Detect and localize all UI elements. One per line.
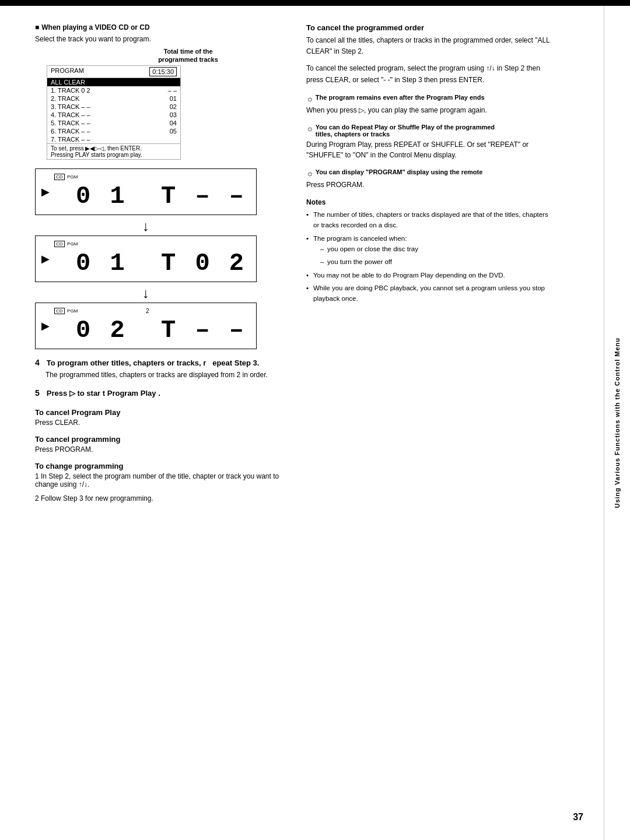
page-number: 37 [573,812,583,823]
track6-label: 6. TRACK – – [51,128,90,135]
program-label: PROGRAM [51,67,84,76]
program-time-badge: 0:15:30 [149,67,177,76]
step4-number: 4 [35,358,40,367]
cancel-order-body1: To cancel all the titles, chapters or tr… [306,35,554,57]
program-row-1: 1. TRACK 0 2 – – [47,86,180,94]
tip2-body: During Program Play, press REPEAT or SHU… [306,139,554,160]
track1-value: – – [159,87,177,94]
tip3-section: ☼ You can display "PROGRAM" display usin… [306,168,554,190]
cancel-order-body2: To cancel the selected program, select t… [306,63,554,85]
change-programming-section: To change programming 1 In Step 2, selec… [35,462,283,502]
step4-inline: 4 To program other titles, chapters or t… [35,358,283,370]
left-column: When playing a VIDEO CD or CD Select the… [35,23,283,511]
notes-section: Notes The number of titles, chapters or … [306,198,554,304]
pgm-label-1: PGM [67,174,78,180]
tip2-heading-row: ☼ You can do Repeat Play or Shuffle Play… [306,124,554,138]
step4-heading: To program other titles, chapters or tra… [47,359,260,367]
cd-pgm-label-1: CD PGM [54,174,81,180]
program-header: PROGRAM 0:15:30 [47,66,180,78]
tip1-icon: ☼ [306,94,314,103]
cancel-program-play-body: Press CLEAR. [35,419,283,427]
footer-line2: Pressing PLAY starts program play. [51,152,177,158]
tip1-body: When you press ▷, you can play the same … [306,105,554,115]
cancel-programming-section: To cancel programming Press PROGRAM. [35,435,283,454]
notes-list: The number of titles, chapters or tracks… [306,209,554,304]
cancel-order-section: To cancel the programmed order To cancel… [306,23,554,86]
total-time-line1: Total time of the [93,48,283,55]
program-footer: To set, press ▶◀▷◁, then ENTER. Pressing… [47,143,180,159]
tip1-section: ☼ The program remains even after the Pro… [306,94,554,115]
tip2-heading: You can do Repeat Play or Shuffle Play o… [316,124,495,138]
small-2-label: 2 [146,308,149,314]
footer-line1: To set, press ▶◀▷◁, then ENTER. [51,145,177,152]
cd-pgm-label-2: CD PGM [54,241,81,247]
display-screen-2: ▶ CD PGM 0 1 T 0 2 [35,236,257,282]
note-subitem-1: you open or close the disc tray [320,244,554,254]
note-item-1: The number of titles, chapters or tracks… [306,209,554,231]
program-box: PROGRAM 0:15:30 ALL CLEAR 1. TRACK 0 2 –… [47,65,181,160]
change-programming-item1: 1 In Step 2, select the program number o… [35,472,283,488]
sidebar-text: Using Various Functions with the Control… [614,338,621,508]
display-digits-2: 0 1 T 0 2 [76,249,246,277]
tip1-heading: The program remains even after the Progr… [316,94,485,101]
play-arrow-1: ▶ [41,185,50,198]
play-arrow-3: ▶ [41,319,50,332]
program-row-allclear: ALL CLEAR [47,78,180,86]
tip3-icon: ☼ [306,168,314,178]
program-row-2: 2. TRACK 01 [47,94,180,103]
cancel-order-heading: To cancel the programmed order [306,23,554,32]
program-table-wrapper: Total time of the programmed tracks PROG… [47,48,283,160]
program-row-6: 6. TRACK – – 05 [47,127,180,135]
total-time-line2: programmed tracks [93,56,283,63]
cancel-program-play-heading: To cancel Program Play [35,408,283,417]
pgm-label-3: PGM [67,308,78,314]
display-screen-3: ▶ CD PGM 2 0 2 T – – [35,303,257,349]
track4-label: 4. TRACK – – [51,111,90,118]
cd-pgm-label-3: CD PGM [54,308,81,314]
right-column: To cancel the programmed order To cancel… [306,23,554,511]
step4-body: The programmed titles, chapters or track… [46,370,283,380]
display-digits-3: 0 2 T – – [76,317,246,345]
tip3-heading: You can display "PROGRAM" display using … [316,168,483,175]
select-track-text: Select the track you want to program. [35,35,283,43]
cd-label-3: CD [54,308,65,314]
right-sidebar: Using Various Functions with the Control… [604,6,630,840]
cd-label-1: CD [54,174,65,180]
tip1-heading-row: ☼ The program remains even after the Pro… [306,94,554,103]
program-row-5: 5. TRACK – – 04 [47,119,180,127]
notes-heading: Notes [306,198,554,206]
step5-number: 5 [35,388,40,398]
tip2-section: ☼ You can do Repeat Play or Shuffle Play… [306,124,554,160]
note-item-3: You may not be able to do Program Play d… [306,270,554,280]
step5-inline: 5 Press ▷ to star t Program Play . [35,388,283,400]
notes-sublist: you open or close the disc tray you turn… [313,244,554,268]
track5-value: 04 [159,120,177,126]
cancel-programming-heading: To cancel programming [35,435,283,444]
track6-value: 05 [159,128,177,135]
main-content: When playing a VIDEO CD or CD Select the… [0,6,578,840]
track4-value: 03 [159,111,177,118]
program-row-4: 4. TRACK – – 03 [47,111,180,119]
track7-value [159,136,177,143]
allclear-label: ALL CLEAR [51,79,85,86]
step4-section: 4 To program other titles, chapters or t… [35,358,283,380]
note-item-2: The program is canceled when: you open o… [306,233,554,268]
track2-label: 2. TRACK [51,95,79,102]
top-bar [0,0,630,6]
program-row-7: 7. TRACK – – [47,135,180,143]
cd-label-2: CD [54,241,65,247]
step5-section: 5 Press ▷ to star t Program Play . [35,388,283,400]
tip3-heading-row: ☼ You can display "PROGRAM" display usin… [306,168,554,178]
cancel-programming-body: Press PROGRAM. [35,445,283,454]
program-row-3: 3. TRACK – – 02 [47,103,180,111]
down-arrow-2: ↓ [35,285,257,301]
track5-label: 5. TRACK – – [51,120,90,126]
display-digits-1: 0 1 T – – [76,182,246,210]
tip3-body: Press PROGRAM. [306,180,554,190]
change-programming-heading: To change programming [35,462,283,470]
track3-label: 3. TRACK – – [51,103,90,110]
cancel-program-play-section: To cancel Program Play Press CLEAR. [35,408,283,427]
down-arrow-1: ↓ [35,218,257,234]
display-screens: ▶ CD PGM 0 1 T – – ↓ ▶ CD [35,168,283,349]
track7-label: 7. TRACK – – [51,136,90,143]
